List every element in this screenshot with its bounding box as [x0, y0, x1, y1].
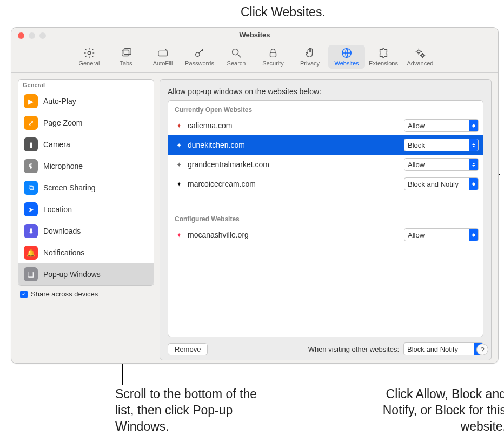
gear-icon: [83, 47, 95, 59]
remove-button[interactable]: Remove: [168, 343, 208, 355]
toolbar-advanced[interactable]: Advanced: [402, 45, 439, 69]
permission-value: Allow: [408, 161, 425, 169]
svg-rect-1: [122, 50, 129, 56]
permission-popup[interactable]: Allow: [404, 228, 479, 241]
main-panel: Allow pop-up windows on the websites bel…: [160, 79, 492, 360]
checkbox-checked-icon: ✓: [20, 291, 28, 298]
lock-icon: [267, 47, 279, 59]
toolbar-label: Passwords: [185, 60, 214, 67]
sidebar-item-label: Downloads: [43, 227, 81, 235]
sidebar-item-label: Pop-up Windows: [43, 270, 101, 279]
toolbar-label: Advanced: [407, 60, 434, 67]
share-across-devices-checkbox[interactable]: ✓ Share across devices: [18, 286, 153, 298]
help-button[interactable]: ?: [476, 344, 488, 355]
toolbar-autofill[interactable]: AutoFill: [144, 45, 181, 69]
permission-value: Block: [408, 141, 425, 149]
website-row[interactable]: ✦calienna.comAllow: [168, 116, 483, 135]
chevron-updown-icon: [469, 178, 478, 190]
toolbar-label: AutoFill: [153, 60, 173, 67]
sidebar-item-label: Auto-Play: [43, 97, 76, 106]
website-name: calienna.com: [188, 121, 400, 130]
sidebar-item-auto-play[interactable]: ▶Auto-Play: [18, 90, 154, 112]
sidebar-item-label: Camera: [43, 140, 70, 149]
close-button[interactable]: [18, 32, 24, 39]
website-name: mocanashville.org: [188, 230, 400, 239]
callout-top: Click Websites.: [241, 4, 326, 21]
toolbar-label: Websites: [334, 60, 359, 67]
sidebar-icon: 🔔: [24, 246, 38, 260]
permission-popup[interactable]: Block and Notify: [404, 177, 479, 190]
toolbar-websites[interactable]: Websites: [328, 45, 365, 69]
sidebar-list[interactable]: ▶Auto-Play⤢Page Zoom▮Camera🎙Microphone⧉S…: [18, 90, 154, 285]
website-list[interactable]: Currently Open Websites ✦calienna.comAll…: [168, 100, 483, 337]
website-row[interactable]: ✦dunekitchen.comBlock: [168, 135, 483, 155]
sidebar-icon: ⤢: [24, 116, 38, 130]
permission-value: Allow: [408, 231, 425, 239]
chevron-updown-icon: [469, 139, 478, 151]
toolbar-label: General: [78, 60, 100, 67]
toolbar-tabs[interactable]: Tabs: [108, 45, 144, 69]
sidebar-item-pop-up-windows[interactable]: ❏Pop-up Windows: [18, 263, 154, 285]
website-row[interactable]: ✦mocanashville.orgAllow: [168, 225, 483, 245]
other-websites-value: Block and Notify: [407, 345, 458, 353]
sidebar-item-microphone[interactable]: 🎙Microphone: [18, 155, 154, 177]
leader-line: [500, 174, 500, 385]
sidebar-item-downloads[interactable]: ⬇Downloads: [18, 220, 154, 242]
group-open-header: Currently Open Websites: [168, 101, 483, 116]
toolbar-search[interactable]: Search: [218, 45, 255, 69]
website-name: grandcentralmarket.com: [188, 160, 400, 169]
share-label: Share across devices: [31, 290, 98, 298]
website-row[interactable]: ✦marcoicecream.comBlock and Notify: [168, 174, 483, 194]
sidebar-icon: ❏: [24, 267, 38, 281]
chevron-updown-icon: [469, 159, 478, 170]
window-title: Websites: [11, 28, 498, 43]
sidebar-item-camera[interactable]: ▮Camera: [18, 134, 154, 155]
callout-bottom-right: Click Allow, Block and Notify, or Block …: [366, 386, 504, 435]
sidebar-icon: ⧉: [24, 181, 38, 195]
main-prompt: Allow pop-up windows on the websites bel…: [168, 87, 483, 96]
favicon-icon: ✦: [175, 180, 183, 188]
permission-popup[interactable]: Allow: [404, 158, 479, 171]
sidebar-header: General: [18, 80, 154, 90]
svg-rect-2: [124, 49, 131, 55]
svg-point-8: [417, 50, 421, 54]
sidebar-item-notifications[interactable]: 🔔Notifications: [18, 242, 154, 263]
website-row[interactable]: ✦grandcentralmarket.comAllow: [168, 155, 483, 174]
toolbar-extensions[interactable]: Extensions: [365, 45, 402, 69]
toolbar-privacy[interactable]: Privacy: [291, 45, 328, 69]
toolbar-label: Privacy: [300, 60, 320, 67]
permission-value: Allow: [408, 122, 425, 130]
toolbar-security[interactable]: Security: [255, 45, 291, 69]
window-controls: [18, 32, 46, 39]
sidebar-item-location[interactable]: ➤Location: [18, 199, 154, 220]
toolbar-label: Extensions: [369, 60, 398, 67]
sidebar-icon: 🎙: [24, 159, 38, 173]
key-icon: [194, 47, 205, 59]
gears-icon: [414, 47, 426, 59]
sidebar-item-label: Notifications: [43, 248, 84, 257]
toolbar-label: Tabs: [120, 60, 132, 67]
sidebar-item-label: Page Zoom: [43, 118, 82, 127]
zoom-button[interactable]: [39, 32, 46, 39]
toolbar-general[interactable]: General: [71, 45, 108, 69]
minimize-button[interactable]: [29, 32, 35, 39]
favicon-icon: ✦: [175, 121, 183, 130]
toolbar-passwords[interactable]: Passwords: [181, 45, 218, 69]
sidebar-item-page-zoom[interactable]: ⤢Page Zoom: [18, 112, 154, 134]
website-name: dunekitchen.com: [188, 141, 400, 149]
sidebar-item-screen-sharing[interactable]: ⧉Screen Sharing: [18, 177, 154, 199]
sidebar-icon: ▶: [24, 94, 38, 108]
permission-popup[interactable]: Allow: [404, 119, 479, 132]
permission-popup[interactable]: Block: [404, 139, 479, 151]
puzzle-icon: [377, 47, 389, 59]
other-websites-popup[interactable]: Block and Notify: [403, 342, 483, 355]
svg-point-4: [196, 52, 200, 56]
website-name: marcoicecream.com: [188, 180, 400, 188]
sidebar-item-label: Location: [43, 205, 72, 214]
chevron-updown-icon: [469, 120, 478, 131]
preferences-toolbar: GeneralTabsAutoFillPasswordsSearchSecuri…: [11, 44, 498, 72]
sidebar-item-label: Screen Sharing: [43, 183, 96, 192]
hand-icon: [304, 47, 316, 59]
favicon-icon: ✦: [175, 230, 183, 239]
favicon-icon: ✦: [175, 160, 183, 169]
